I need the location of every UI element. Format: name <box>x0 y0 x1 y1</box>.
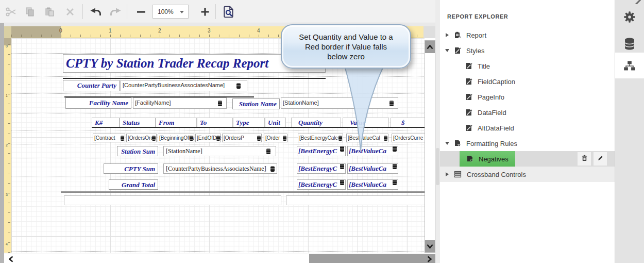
toolbar-separator <box>215 4 216 19</box>
copy-icon[interactable] <box>22 4 38 20</box>
tree-item-crossband-controls[interactable]: Crossband Controls <box>440 167 615 182</box>
tree-item-label: Formatting Rules <box>466 140 517 147</box>
tree-item-label: PageInfo <box>478 93 504 101</box>
paste-icon[interactable] <box>41 4 58 20</box>
tree-item-title-style[interactable]: Title <box>440 58 615 74</box>
toolbar-separator <box>82 4 83 19</box>
edit-rule-button[interactable] <box>594 152 607 166</box>
formatting-rule-icon <box>454 140 461 147</box>
grand-total-label[interactable]: Grand Total <box>109 179 158 190</box>
column-header-from[interactable]: From <box>156 118 197 128</box>
database-field-icon <box>152 136 156 141</box>
tree-item-styles[interactable]: Styles <box>440 43 615 58</box>
tree-item-datafield-style[interactable]: DataField <box>440 105 615 120</box>
cpty-sum-value[interactable]: [BestValueCa <box>347 163 398 174</box>
scrollbar-thumb[interactable] <box>309 254 423 263</box>
rule-line[interactable] <box>63 78 326 79</box>
zoom-out-icon[interactable] <box>133 4 149 20</box>
selected-highlight: Negatives <box>460 151 515 167</box>
facility-name-label[interactable]: Facility Name <box>65 97 131 109</box>
redo-icon[interactable] <box>107 4 124 20</box>
tree-item-label: Title <box>478 62 490 70</box>
footer-placeholder[interactable] <box>64 195 281 205</box>
chevron-right-icon[interactable] <box>445 33 450 37</box>
partial-pencil-icon <box>634 0 641 4</box>
cpty-sum-field[interactable]: [CounterPartyBusinessAssociatesName] <box>163 163 277 174</box>
counter-party-label[interactable]: Counter Party <box>63 80 120 91</box>
detail-field[interactable]: [Contract <box>93 134 125 142</box>
report-explorer-panel: REPORT EXPLORER Report Styles Title <box>440 0 615 263</box>
report-explorer-tree-icon[interactable] <box>623 60 636 72</box>
chevron-right-icon[interactable] <box>445 172 450 176</box>
cut-icon[interactable] <box>3 4 20 20</box>
database-field-icon <box>236 83 241 89</box>
detail-field[interactable]: [BeginningOfDa <box>158 134 194 142</box>
callout-text-line: Red border if Value falls <box>305 42 387 52</box>
detail-field[interactable]: [Order <box>264 134 287 142</box>
facility-name-field[interactable]: [FacilityName] <box>133 97 227 109</box>
grand-total-value[interactable]: [BestValueCa <box>347 179 398 190</box>
zoom-in-icon[interactable] <box>197 4 213 20</box>
counter-party-field[interactable]: [CounterPartyBusinessAssociatesName] <box>121 80 247 91</box>
ruler-number: 4 <box>257 28 260 34</box>
chevron-down-icon <box>180 11 184 13</box>
cpty-sum-quantity[interactable]: [BestEnergyC <box>297 163 346 174</box>
tree-item-pageinfo-style[interactable]: PageInfo <box>440 89 615 105</box>
properties-gear-icon[interactable] <box>623 10 636 24</box>
scroll-left-icon[interactable] <box>4 254 18 263</box>
delete-rule-button[interactable] <box>578 152 591 166</box>
ruler-number: 0 <box>6 44 8 48</box>
vertical-ruler: 0 1 2 3 4 <box>4 38 11 253</box>
detail-field[interactable]: [OrdersP <box>222 134 262 142</box>
database-field-icon <box>283 136 286 141</box>
database-field-icon <box>121 136 124 141</box>
column-header-status[interactable]: Status <box>120 118 156 128</box>
cpty-sum-label[interactable]: CPTY Sum <box>104 163 158 174</box>
column-header-k[interactable]: K# <box>92 118 120 128</box>
panel-title: REPORT EXPLORER <box>447 13 508 20</box>
tree-item-fieldcaption-style[interactable]: FieldCaption <box>440 74 615 89</box>
horizontal-scrollbar[interactable] <box>4 254 435 263</box>
grand-total-quantity[interactable]: [BestEnergyC <box>297 179 346 190</box>
panel-splitter-handle[interactable] <box>436 148 439 185</box>
tree-item-altdatafield-style[interactable]: AltDataField <box>440 120 615 136</box>
footer-placeholder[interactable] <box>286 195 427 205</box>
zoom-select[interactable]: 100% <box>152 5 189 19</box>
ruler-number: 0 <box>59 28 62 34</box>
database-field-icon <box>393 179 397 185</box>
station-name-label[interactable]: Station Name <box>232 98 280 109</box>
detail-field[interactable]: [EndOfDat <box>195 134 221 142</box>
scroll-up-icon[interactable] <box>425 41 435 53</box>
column-header-currency[interactable]: $ <box>391 118 428 128</box>
scroll-down-icon[interactable] <box>425 240 435 252</box>
report-designer-window: 100% 0 1 2 3 4 5 6 7 0 1 2 3 4 <box>0 0 644 263</box>
database-field-icon <box>216 136 220 141</box>
tree-item-report[interactable]: Report <box>440 27 615 43</box>
crossband-icon <box>454 171 462 178</box>
toolbar-separator <box>127 4 127 19</box>
vertical-scrollbar[interactable] <box>425 40 435 253</box>
undo-icon[interactable] <box>88 4 104 20</box>
station-sum-field[interactable]: [StationName] <box>163 146 276 156</box>
delete-icon[interactable] <box>62 4 78 20</box>
database-field-icon <box>340 179 344 185</box>
detail-field[interactable]: [OrdersOrd <box>126 134 157 142</box>
style-icon <box>465 93 472 101</box>
ruler-number: 1 <box>109 28 112 34</box>
chevron-down-icon[interactable] <box>445 142 450 145</box>
column-header-to[interactable]: To <box>197 118 233 128</box>
callout-balloon: Set Quantity and Value to a Red border i… <box>281 24 411 69</box>
viewport-edge <box>0 23 4 263</box>
station-sum-label[interactable]: Station Sum <box>117 146 158 156</box>
ruler-number: 3 <box>6 193 8 196</box>
tree-item-negatives[interactable]: Negatives <box>440 151 615 167</box>
tree-item-formatting-rules[interactable]: Formatting Rules <box>440 136 615 151</box>
field-list-database-icon[interactable] <box>624 37 635 51</box>
database-field-icon <box>393 163 397 169</box>
chevron-down-icon[interactable] <box>445 49 450 52</box>
panel-gutter <box>435 0 440 263</box>
print-preview-icon[interactable] <box>221 4 237 20</box>
column-header-unit[interactable]: Unit <box>265 118 286 128</box>
column-header-type[interactable]: Type <box>233 118 265 128</box>
scroll-right-icon[interactable] <box>423 254 435 263</box>
